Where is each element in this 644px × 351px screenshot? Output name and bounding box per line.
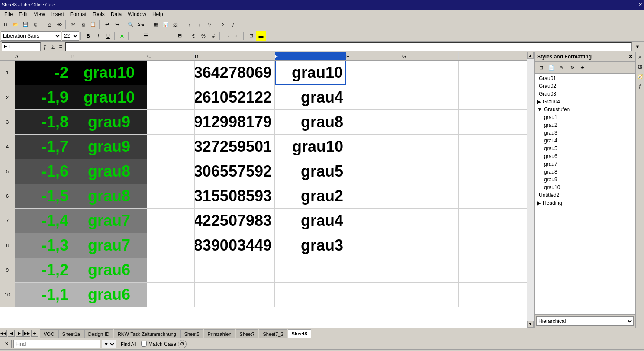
style-grau2[interactable]: grau2 xyxy=(535,121,634,129)
filter-btn[interactable]: ▽ xyxy=(205,20,214,29)
cell-d4[interactable]: -1,9327259501 xyxy=(195,135,275,159)
find-close-btn[interactable]: ✕ xyxy=(2,340,12,348)
justify-btn[interactable]: ≡ xyxy=(161,31,171,41)
insert-chart-btn[interactable]: 📊 xyxy=(161,20,171,29)
col-header-g[interactable]: G xyxy=(402,52,459,60)
cell-b8[interactable]: grau7 xyxy=(71,233,147,258)
sidebar-functions-icon[interactable]: ƒ xyxy=(636,82,644,90)
sheet-tab-rnw[interactable]: RNW-Task Zeitumrechnung xyxy=(114,329,180,338)
increase-indent-btn[interactable]: → xyxy=(222,31,232,41)
style-grau3[interactable]: grau3 xyxy=(535,129,634,137)
cell-g8[interactable] xyxy=(402,233,459,258)
tab-last-btn[interactable]: ▶▶ xyxy=(23,330,30,337)
tab-prev-btn[interactable]: ◀ xyxy=(8,330,15,337)
preview-btn[interactable]: 👁 xyxy=(55,20,64,29)
save-btn[interactable]: 💾 xyxy=(21,20,30,29)
styles-update-btn[interactable]: ↻ xyxy=(567,63,577,72)
save-as-btn[interactable]: ⎘ xyxy=(31,20,40,29)
panel-close-icon[interactable]: ✕ xyxy=(628,54,633,60)
scroll-up-btn[interactable]: ▲ xyxy=(527,52,534,59)
formula-equals-icon[interactable]: = xyxy=(57,43,64,50)
cell-c8[interactable] xyxy=(147,233,195,258)
open-btn[interactable]: 📂 xyxy=(11,20,20,29)
row-num-5[interactable]: 5 xyxy=(0,159,15,184)
row-num-2[interactable]: 2 xyxy=(0,85,15,110)
cell-a1[interactable]: -2 xyxy=(15,61,71,85)
cell-c7[interactable] xyxy=(147,209,195,233)
font-name-select[interactable]: Liberation Sans xyxy=(1,31,61,41)
cell-f10[interactable] xyxy=(346,283,402,307)
style-grau01[interactable]: Grau01 xyxy=(535,74,634,82)
menu-insert[interactable]: Insert xyxy=(48,10,67,18)
cell-e5[interactable]: grau5 xyxy=(275,159,346,184)
row-num-4[interactable]: 4 xyxy=(0,135,15,159)
cell-e3[interactable]: grau8 xyxy=(275,110,346,134)
italic-btn[interactable]: I xyxy=(93,31,103,41)
cell-a9[interactable]: -1,2 xyxy=(15,258,71,282)
cell-c9[interactable] xyxy=(147,258,195,282)
cell-g6[interactable] xyxy=(402,184,459,208)
style-grau1[interactable]: grau1 xyxy=(535,113,634,121)
cell-b4[interactable]: grau9 xyxy=(71,135,147,159)
align-right-btn[interactable]: ≡ xyxy=(151,31,161,41)
cell-g5[interactable] xyxy=(402,159,459,184)
cell-b7[interactable]: grau7 xyxy=(71,209,147,233)
col-header-b[interactable]: B xyxy=(71,52,147,60)
style-grau10[interactable]: grau10 xyxy=(535,184,634,191)
cell-d9[interactable] xyxy=(195,258,275,282)
scroll-down-btn[interactable]: ▼ xyxy=(527,321,534,328)
cell-a7[interactable]: -1,4 xyxy=(15,209,71,233)
row-num-3[interactable]: 3 xyxy=(0,110,15,135)
styles-page-btn[interactable]: 📄 xyxy=(547,63,556,72)
border-btn[interactable]: ⊡ xyxy=(246,31,256,41)
cell-b3[interactable]: grau9 xyxy=(71,110,147,134)
cell-e7[interactable]: grau4 xyxy=(275,209,346,233)
menu-tools[interactable]: Tools xyxy=(90,10,107,18)
menu-file[interactable]: File xyxy=(2,10,15,18)
menu-window[interactable]: Window xyxy=(125,10,149,18)
font-color-btn[interactable]: A xyxy=(117,31,127,41)
cell-c3[interactable] xyxy=(147,110,195,134)
function-wizard-icon[interactable]: ƒ xyxy=(42,43,48,50)
cell-b2[interactable]: grau10 xyxy=(71,85,147,109)
redo-btn[interactable]: ↪ xyxy=(112,20,122,29)
col-header-c[interactable]: C xyxy=(147,52,195,60)
align-center-btn[interactable]: ☰ xyxy=(141,31,151,41)
cell-c2[interactable] xyxy=(147,85,195,109)
cell-g3[interactable] xyxy=(402,110,459,134)
sheet-tab-design-id[interactable]: Design-ID xyxy=(84,329,113,338)
new-btn[interactable]: 🗋 xyxy=(1,20,10,29)
font-size-select[interactable]: 22 xyxy=(62,31,79,41)
find-input[interactable] xyxy=(13,340,100,348)
row-num-9[interactable]: 9 xyxy=(0,258,15,283)
decrease-indent-btn[interactable]: ← xyxy=(232,31,242,41)
row-num-1[interactable]: 1 xyxy=(0,61,15,85)
cell-b5[interactable]: grau8 xyxy=(71,159,147,184)
cut-btn[interactable]: ✂ xyxy=(68,20,78,29)
cell-e6[interactable]: grau2 xyxy=(275,184,346,208)
cell-c5[interactable] xyxy=(147,159,195,184)
style-grau03[interactable]: Grau03 xyxy=(535,90,634,98)
cell-b6[interactable]: grau8 xyxy=(71,184,147,208)
styles-filter-select[interactable]: Hierarchical xyxy=(536,316,634,326)
cell-d7[interactable]: -0,7422507983 xyxy=(195,209,275,233)
style-grau5[interactable]: grau5 xyxy=(535,145,634,152)
cell-a2[interactable]: -1,9 xyxy=(15,85,71,109)
cell-f2[interactable] xyxy=(346,85,402,109)
style-grau02[interactable]: Grau02 xyxy=(535,82,634,90)
cell-g4[interactable] xyxy=(402,135,459,159)
cell-a6[interactable]: -1,5 xyxy=(15,184,71,208)
undo-btn[interactable]: ↩ xyxy=(102,20,112,29)
sum-icon[interactable]: Σ xyxy=(49,43,57,50)
number-btn[interactable]: # xyxy=(209,31,218,41)
cell-f5[interactable] xyxy=(346,159,402,184)
style-grau6[interactable]: grau6 xyxy=(535,152,634,160)
sheet-tab-sheet7[interactable]: Sheet7 xyxy=(236,329,259,338)
cell-g9[interactable] xyxy=(402,258,459,282)
styles-auto-btn[interactable]: ★ xyxy=(578,63,587,72)
cell-a4[interactable]: -1,7 xyxy=(15,135,71,159)
col-header-a[interactable]: A xyxy=(15,52,71,60)
cell-c10[interactable] xyxy=(147,283,195,307)
menu-help[interactable]: Help xyxy=(150,10,166,18)
cell-f1[interactable] xyxy=(346,61,402,85)
